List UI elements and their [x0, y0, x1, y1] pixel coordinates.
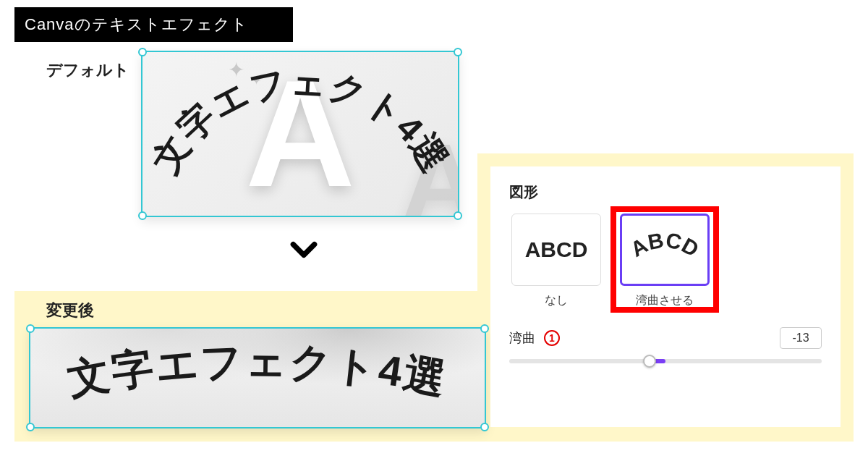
label-default: デフォルト: [46, 59, 129, 81]
option-thumb-none: ABCD: [511, 214, 601, 286]
shape-option-none[interactable]: ABCD なし: [509, 214, 603, 308]
slider-label: 湾曲: [509, 329, 535, 347]
resize-handle[interactable]: [26, 324, 35, 333]
svg-text:文字エフェクト4選: 文字エフェクト4選: [64, 337, 451, 402]
shape-option-curve[interactable]: ABCD 湾曲させる: [618, 214, 712, 308]
shape-panel: 図形 ABCD なし ABCD 湾曲させる 湾曲 1 -13: [490, 166, 841, 427]
annotation-marker: 1: [544, 330, 560, 346]
option-label: 湾曲させる: [636, 293, 694, 308]
curve-slider-row: 湾曲 1 -13: [509, 327, 822, 349]
panel-title: 図形: [509, 182, 822, 202]
label-after: 変更後: [46, 300, 94, 321]
svg-text:文字エフェクト4選: 文字エフェクト4選: [145, 61, 456, 180]
svg-text:ABCD: ABCD: [626, 228, 703, 261]
preview-default[interactable]: A ✦ ✦ 文字エフェクト4選: [141, 51, 459, 217]
resize-handle[interactable]: [480, 423, 489, 431]
curve-slider[interactable]: [509, 359, 822, 363]
resize-handle[interactable]: [138, 211, 147, 220]
page-title: Canvaのテキストエフェクト: [14, 7, 293, 42]
resize-handle[interactable]: [138, 48, 147, 56]
shape-options: ABCD なし ABCD 湾曲させる: [509, 214, 822, 308]
curved-text-after: 文字エフェクト4選: [30, 329, 485, 429]
slider-value-input[interactable]: -13: [780, 327, 822, 349]
chevron-down-icon: [286, 232, 322, 268]
slider-knob[interactable]: [643, 355, 656, 368]
option-label: なし: [545, 293, 568, 308]
resize-handle[interactable]: [454, 48, 462, 56]
resize-handle[interactable]: [480, 324, 489, 333]
resize-handle[interactable]: [454, 211, 462, 220]
preview-after[interactable]: 文字エフェクト4選: [29, 327, 486, 428]
option-thumb-curve: ABCD: [620, 214, 710, 286]
resize-handle[interactable]: [26, 423, 35, 431]
curved-text: 文字エフェクト4選: [142, 52, 458, 217]
